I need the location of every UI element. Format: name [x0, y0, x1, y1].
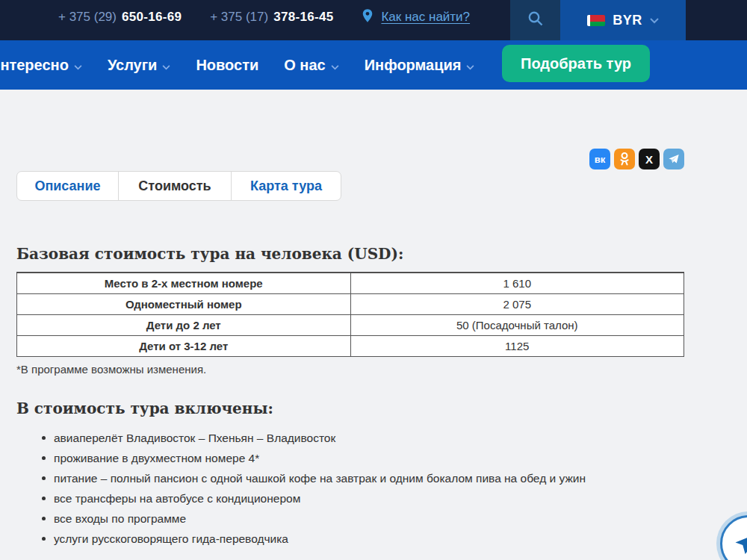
main-navigation: Интересно Услуги Новости О нас Информаци… — [0, 40, 747, 90]
ok-person-glyph — [619, 152, 630, 166]
tour-tabs: Описание Стоимость Карта тура — [16, 171, 341, 201]
paper-plane-icon — [733, 528, 747, 559]
location-pin-icon — [360, 7, 375, 27]
price-row-value: 2 075 — [350, 293, 684, 314]
price-row-value: 50 (Посадочный талон) — [350, 314, 684, 335]
chat-float-button[interactable] — [720, 515, 747, 560]
nav-label: Интересно — [0, 57, 69, 74]
currency-code: BYR — [613, 13, 642, 28]
pricing-heading: Базовая стоимость тура на человека (USD)… — [16, 245, 684, 263]
tab-map[interactable]: Карта тура — [231, 172, 341, 200]
price-row-label: Одноместный номер — [17, 293, 351, 314]
phone-prefix: + 375 (29) — [58, 10, 117, 25]
phone-number-2[interactable]: + 375 (17) 378-16-45 — [210, 10, 333, 25]
list-item: все входы по программе — [16, 508, 684, 529]
find-us-link[interactable]: Как нас найти? — [381, 10, 470, 25]
price-row-label: Место в 2-х местном номере — [17, 273, 351, 293]
list-item: услуги русскоговорящего гида-переводчика — [16, 529, 684, 549]
nav-item-informacia[interactable]: Информация — [365, 57, 475, 74]
chevron-down-icon — [162, 57, 170, 74]
price-row-value: 1125 — [350, 335, 684, 356]
social-share-row: вк X — [589, 149, 684, 169]
tour-price-content: Базовая стоимость тура на человека (USD)… — [16, 245, 684, 549]
phone-number-1[interactable]: + 375 (29) 650-16-69 — [58, 10, 182, 25]
nav-label: Услуги — [108, 57, 158, 74]
phone-prefix: + 375 (17) — [210, 10, 268, 25]
nav-label: Новости — [196, 57, 258, 74]
list-item: авиаперелёт Владивосток – Пхеньян – Влад… — [16, 428, 684, 448]
phone-digits: 650-16-69 — [122, 10, 182, 25]
table-row: Одноместный номер 2 075 — [17, 293, 684, 314]
nav-item-interesno[interactable]: Интересно — [0, 57, 82, 74]
currency-selector[interactable]: BYR — [560, 0, 686, 40]
list-item: питание – полный пансион с одной чашкой … — [16, 468, 684, 488]
table-row: Дети до 2 лет 50 (Посадочный талон) — [17, 314, 684, 335]
price-row-label: Дети от 3-12 лет — [17, 335, 351, 356]
included-list: авиаперелёт Владивосток – Пхеньян – Влад… — [16, 428, 684, 549]
chevron-down-icon — [74, 57, 82, 74]
table-row: Место в 2-х местном номере 1 610 — [17, 273, 684, 293]
nav-label: Информация — [365, 57, 462, 74]
list-item: все трансферы на автобусе с кондиционеро… — [16, 488, 684, 508]
nav-item-o-nas[interactable]: О нас — [284, 57, 338, 74]
top-bar: + 375 (29) 650-16-69 + 375 (17) 378-16-4… — [0, 0, 747, 40]
chevron-down-icon — [650, 13, 659, 27]
search-button[interactable] — [510, 0, 560, 40]
belarus-flag-icon — [587, 15, 605, 26]
list-item: проживание в двухместном номере 4* — [16, 448, 684, 468]
tab-price[interactable]: Стоимость — [118, 172, 231, 200]
x-twitter-icon[interactable]: X — [639, 149, 660, 169]
search-icon — [527, 10, 545, 31]
nav-label: О нас — [284, 57, 325, 74]
x-glyph: X — [645, 153, 653, 166]
telegram-icon[interactable] — [663, 149, 684, 169]
program-change-note: *В программе возможны изменения. — [16, 363, 684, 376]
nav-item-novosti[interactable]: Новости — [196, 57, 258, 74]
vk-icon[interactable]: вк — [589, 149, 610, 169]
nav-item-uslugi[interactable]: Услуги — [108, 57, 171, 74]
price-row-label: Дети до 2 лет — [17, 314, 351, 335]
tab-description[interactable]: Описание — [17, 172, 118, 200]
price-row-value: 1 610 — [350, 273, 684, 293]
select-tour-button[interactable]: Подобрать тур — [502, 45, 650, 82]
chevron-down-icon — [466, 57, 474, 74]
table-row: Дети от 3-12 лет 1125 — [17, 335, 684, 356]
vk-glyph: вк — [595, 154, 606, 165]
included-heading: В стоимость тура включены: — [16, 399, 684, 417]
chevron-down-icon — [331, 57, 339, 74]
odnoklassniki-icon[interactable] — [614, 149, 635, 169]
phone-digits: 378-16-45 — [273, 10, 333, 25]
pricing-table: Место в 2-х местном номере 1 610 Одномес… — [16, 272, 684, 357]
